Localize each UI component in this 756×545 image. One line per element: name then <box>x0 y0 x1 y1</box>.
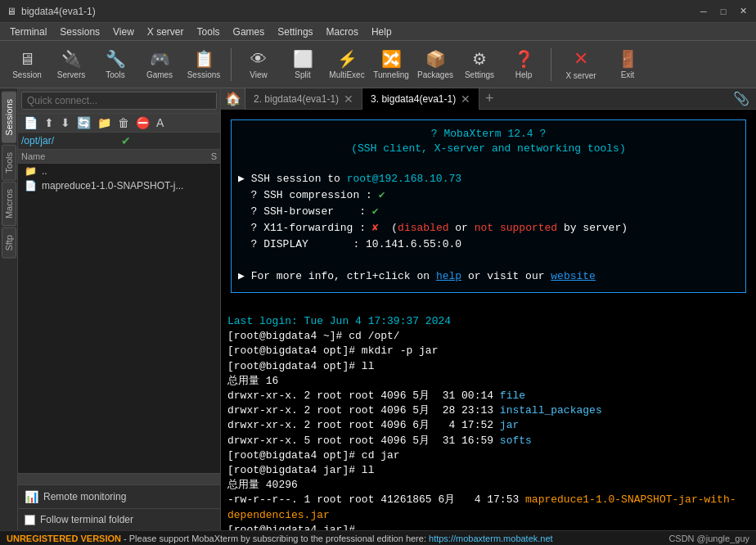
terminal-cmd2: [root@bigdata4 opt]# mkdir -p jar <box>227 344 749 358</box>
tab-add-button[interactable]: + <box>479 88 499 110</box>
toolbar-split[interactable]: ⬜ Split <box>282 44 323 85</box>
toolbar-xserver[interactable]: ✕ X server <box>558 44 604 85</box>
monitor-icon: 📊 <box>25 490 38 503</box>
info-by-server: by server) <box>564 222 628 234</box>
maximize-button[interactable]: □ <box>717 5 730 18</box>
menu-view[interactable]: View <box>106 25 141 39</box>
toolbar-servers[interactable]: 🔌 Servers <box>51 44 92 85</box>
file-download-button[interactable]: ⬇ <box>58 115 73 130</box>
file-panel: 📄 ⬆ ⬇ 🔄 📁 🗑 ⛔ A /opt/jar/ ✔ Name S 📁 .. … <box>18 88 221 530</box>
toolbar-tunneling[interactable]: 🔀 Tunneling <box>371 44 412 85</box>
remote-monitoring[interactable]: 📊 Remote monitoring <box>18 485 220 509</box>
xserver-icon: ✕ <box>574 48 588 70</box>
folder-icon: 📁 <box>25 165 37 177</box>
info-compression-check: ✔ <box>379 189 385 201</box>
tab-3[interactable]: 3. bigdata4(eva1-1) ✕ <box>362 88 479 110</box>
file-list: 📁 .. 📄 mapreduce1-1.0-SNAPSHOT-j... <box>18 164 220 473</box>
toolbar-exit-label: Exit <box>621 70 635 79</box>
help-icon: ❓ <box>514 49 534 69</box>
sidebar-tab-sessions[interactable]: Sessions <box>2 92 16 143</box>
toolbar-session[interactable]: 🖥 Session <box>7 44 47 85</box>
toolbar-xserver-label: X server <box>565 71 596 80</box>
help-link[interactable]: help <box>436 270 461 282</box>
file-item-parent[interactable]: 📁 .. <box>18 164 220 178</box>
menu-tools[interactable]: Tools <box>191 25 227 39</box>
terminal-area: 🏠 2. bigdata4(eva1-1) ✕ 3. bigdata4(eva1… <box>221 88 756 530</box>
info-host: root@192.168.10.73 <box>347 173 461 185</box>
file-item-label: .. <box>42 165 47 177</box>
tab-bar: 🏠 2. bigdata4(eva1-1) ✕ 3. bigdata4(eva1… <box>221 88 756 110</box>
info-title: ? MobaXterm 12.4 ? <box>431 128 546 140</box>
info-box: ? MobaXterm 12.4 ? (SSH client, X-server… <box>231 119 746 293</box>
toolbar-view[interactable]: 👁 View <box>238 44 279 85</box>
tunneling-icon: 🔀 <box>381 49 402 69</box>
scroll-bar-area[interactable] <box>18 473 220 484</box>
menu-macros[interactable]: Macros <box>320 25 365 39</box>
tab-2[interactable]: 2. bigdata4(eva1-1) ✕ <box>245 88 362 110</box>
toolbar-tools-label: Tools <box>106 70 124 79</box>
toolbar-multiexec[interactable]: ⚡ MultiExec <box>326 44 367 85</box>
sidebar-tab-tools[interactable]: Tools <box>2 145 16 181</box>
app-icon: 🖥 <box>7 6 16 17</box>
tab-right-icons: 📎 <box>733 91 756 106</box>
ls-install: install_packages <box>500 404 602 417</box>
menu-sessions[interactable]: Sessions <box>53 25 106 39</box>
info-session: ▶ SSH session to root@192.168.10.73 <box>238 172 739 187</box>
info-browser-check: ✔ <box>372 205 379 218</box>
games-icon: 🎮 <box>150 49 170 69</box>
toolbar-multiexec-label: MultiExec <box>329 70 364 79</box>
menu-games[interactable]: Games <box>227 25 272 39</box>
file-delete-button[interactable]: 🗑 <box>115 115 132 130</box>
file-upload-button[interactable]: ⬆ <box>42 115 56 130</box>
window-title: bigdata4(eva1-1) <box>21 6 96 17</box>
toolbar-tools[interactable]: 🔧 Tools <box>95 44 136 85</box>
file-text-button[interactable]: A <box>154 115 166 130</box>
info-subtitle: (SSH client, X-server and networking too… <box>351 142 625 155</box>
toolbar-packages-label: Packages <box>417 70 453 79</box>
status-link[interactable]: https://mobaxterm.mobatek.net <box>429 534 553 543</box>
sidebar-tab-macros[interactable]: Macros <box>2 182 16 226</box>
toolbar-help-label: Help <box>515 70 533 79</box>
quick-connect <box>18 88 220 114</box>
tab-3-close[interactable]: ✕ <box>461 92 470 106</box>
menu-help[interactable]: Help <box>365 25 398 39</box>
sidebar-tab-sftp[interactable]: Sftp <box>2 227 16 259</box>
tab-home-button[interactable]: 🏠 <box>221 88 245 110</box>
quick-connect-input[interactable] <box>21 92 217 110</box>
file-folder-button[interactable]: 📁 <box>95 115 114 130</box>
terminal-ls2: drwxr-xr-x. 2 root root 4096 5月 28 23:13… <box>227 403 749 418</box>
toolbar-session-label: Session <box>12 70 42 79</box>
attachment-icon: 📎 <box>733 91 749 106</box>
follow-terminal[interactable]: Follow terminal folder <box>18 509 220 530</box>
website-link[interactable]: website <box>551 270 596 282</box>
close-button[interactable]: ✕ <box>736 5 749 18</box>
file-item-jar[interactable]: 📄 mapreduce1-1.0-SNAPSHOT-j... <box>18 178 220 193</box>
follow-terminal-checkbox[interactable] <box>25 515 35 525</box>
ls-jar: jar <box>500 419 519 431</box>
toolbar-sessions[interactable]: 📋 Sessions <box>183 44 224 85</box>
toolbar-help[interactable]: ❓ Help <box>503 44 544 85</box>
toolbar-exit[interactable]: 🚪 Exit <box>607 44 648 85</box>
file-panel-bottom: 📊 Remote monitoring Follow terminal fold… <box>18 484 220 530</box>
file-stop-button[interactable]: ⛔ <box>133 115 152 130</box>
menu-xserver[interactable]: X server <box>141 25 191 39</box>
minimize-button[interactable]: ─ <box>697 5 710 18</box>
terminal-ls5: -rw-r--r--. 1 root root 41261865 6月 4 17… <box>227 493 749 522</box>
terminal-content[interactable]: ? MobaXterm 12.4 ? (SSH client, X-server… <box>221 110 756 530</box>
file-refresh-button[interactable]: 🔄 <box>74 115 93 130</box>
menu-terminal[interactable]: Terminal <box>3 25 53 39</box>
menu-settings[interactable]: Settings <box>271 25 319 39</box>
toolbar-packages[interactable]: 📦 Packages <box>415 44 456 85</box>
status-unregistered: UNREGISTERED VERSION <box>7 534 121 543</box>
status-message: - Please support MobaXterm by subscribin… <box>124 534 429 543</box>
info-x11: ? X11-forwarding : ✘ (disabled or not su… <box>238 221 739 236</box>
terminal-cmd4: [root@bigdata4 opt]# cd jar <box>227 448 749 463</box>
tab-2-label: 2. bigdata4(eva1-1) <box>254 93 339 105</box>
tab-2-close[interactable]: ✕ <box>344 92 353 106</box>
file-new-button[interactable]: 📄 <box>21 115 40 130</box>
terminal-total1: 总用量 16 <box>227 374 749 389</box>
info-line1: ? MobaXterm 12.4 ? <box>238 127 739 142</box>
toolbar-games[interactable]: 🎮 Games <box>139 44 180 85</box>
toolbar-settings[interactable]: ⚙ Settings <box>459 44 500 85</box>
info-compression: ? SSH compression : ✔ <box>238 188 739 203</box>
